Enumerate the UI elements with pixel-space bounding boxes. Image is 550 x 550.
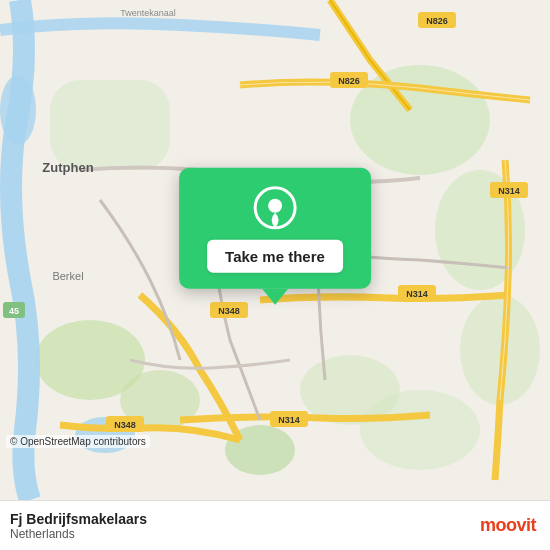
popup-tail xyxy=(262,289,288,305)
take-me-there-button[interactable]: Take me there xyxy=(207,240,343,273)
popup-overlay: Take me there xyxy=(179,168,371,305)
place-country: Netherlands xyxy=(10,527,147,541)
svg-text:N348: N348 xyxy=(114,420,136,430)
map-container: N826 N826 N314 N314 N314 N348 N348 45 Zu… xyxy=(0,0,550,500)
svg-point-10 xyxy=(0,75,36,145)
moovit-logo-container: moovit xyxy=(480,515,536,536)
svg-point-7 xyxy=(360,390,480,470)
svg-rect-5 xyxy=(50,80,170,170)
svg-text:N826: N826 xyxy=(426,16,448,26)
footer-bar: Fj Bedrijfsmakelaars Netherlands moovit xyxy=(0,500,550,550)
svg-text:N314: N314 xyxy=(406,289,428,299)
footer-info: Fj Bedrijfsmakelaars Netherlands xyxy=(10,511,147,541)
popup-card: Take me there xyxy=(179,168,371,289)
svg-text:N314: N314 xyxy=(498,186,520,196)
svg-text:Berkel: Berkel xyxy=(52,270,83,282)
svg-text:N826: N826 xyxy=(338,76,360,86)
svg-text:Twentekanaal: Twentekanaal xyxy=(120,8,176,18)
osm-attribution: © OpenStreetMap contributors xyxy=(6,435,150,448)
svg-text:N348: N348 xyxy=(218,306,240,316)
svg-text:Zutphen: Zutphen xyxy=(42,160,93,175)
svg-text:45: 45 xyxy=(9,306,19,316)
place-title: Fj Bedrijfsmakelaars xyxy=(10,511,147,527)
moovit-logo: moovit xyxy=(480,515,536,536)
location-pin-icon xyxy=(253,186,297,230)
svg-text:N314: N314 xyxy=(278,415,300,425)
svg-point-32 xyxy=(268,199,282,213)
